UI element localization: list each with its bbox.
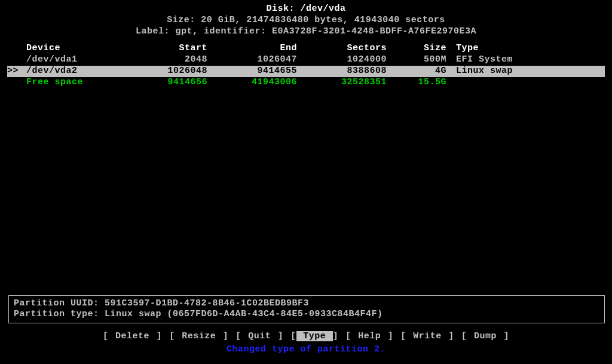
col-type: Type bbox=[452, 43, 605, 54]
menu-label: Delete bbox=[109, 331, 157, 341]
col-end: End bbox=[213, 43, 303, 54]
menu-help[interactable]: [ Help ] bbox=[345, 331, 393, 341]
status-message: Changed type of partition 2. bbox=[0, 344, 612, 354]
partition-uuid: Partition UUID: 591C3597-D1BD-4782-8B46-… bbox=[14, 298, 599, 310]
cell-type bbox=[452, 77, 605, 88]
disk-value: /dev/vda bbox=[301, 4, 346, 14]
menu-label: Write bbox=[406, 331, 449, 341]
menu-label: Quit bbox=[241, 331, 278, 341]
table-row[interactable]: /dev/vda1204810260471024000500MEFI Syste… bbox=[7, 54, 605, 66]
cell-end: 9414655 bbox=[213, 66, 303, 77]
menu-label: Help bbox=[351, 331, 388, 341]
partition-table: Device Start End Sectors Size Type /dev/… bbox=[0, 43, 612, 88]
partition-type: Partition type: Linux swap (0657FD6D-A4A… bbox=[14, 309, 599, 320]
menu-quit[interactable]: [ Quit ] bbox=[235, 331, 283, 341]
table-header: Device Start End Sectors Size Type bbox=[7, 43, 605, 54]
menu-label: Dump bbox=[467, 331, 503, 341]
disk-title: Disk: /dev/vda bbox=[0, 4, 612, 15]
cell-start: 9414656 bbox=[130, 77, 213, 88]
disk-label-line: Label: gpt, identifier: E0A3728F-3201-42… bbox=[0, 26, 612, 38]
cell-device: /dev/vda2 bbox=[25, 66, 130, 77]
disk-header: Disk: /dev/vda Size: 20 GiB, 21474836480… bbox=[0, 0, 612, 37]
cell-type: Linux swap bbox=[452, 66, 605, 77]
table-row[interactable]: Free space9414656419430063252835115.5G bbox=[7, 77, 605, 88]
cell-sectors: 8388608 bbox=[303, 66, 393, 77]
cell-start: 1026048 bbox=[130, 66, 213, 77]
menu-type[interactable]: [ Type ] bbox=[290, 331, 338, 341]
cell-sectors: 32528351 bbox=[303, 77, 393, 88]
menu-label: Resize bbox=[175, 331, 223, 341]
row-pointer bbox=[7, 77, 25, 88]
cell-device: Free space bbox=[25, 77, 130, 88]
menu-label: Type bbox=[296, 331, 333, 341]
row-pointer bbox=[7, 54, 25, 66]
cell-sectors: 1024000 bbox=[303, 54, 393, 66]
menu-delete[interactable]: [ Delete ] bbox=[103, 331, 162, 341]
row-pointer: >> bbox=[7, 66, 25, 77]
menu-resize[interactable]: [ Resize ] bbox=[169, 331, 228, 341]
cell-size: 500M bbox=[393, 54, 452, 66]
partition-info-box: Partition UUID: 591C3597-D1BD-4782-8B46-… bbox=[8, 295, 605, 324]
cell-device: /dev/vda1 bbox=[25, 54, 130, 66]
col-start: Start bbox=[130, 43, 213, 54]
table-row[interactable]: >>/dev/vda21026048941465583886084GLinux … bbox=[7, 66, 605, 77]
action-menu: [ Delete ][ Resize ][ Quit ][ Type ][ He… bbox=[0, 331, 612, 341]
col-device: Device bbox=[25, 43, 130, 54]
menu-dump[interactable]: [ Dump ] bbox=[461, 331, 509, 341]
disk-label: Disk: bbox=[266, 4, 300, 14]
cell-end: 41943006 bbox=[213, 77, 303, 88]
cell-size: 4G bbox=[393, 66, 452, 77]
cell-start: 2048 bbox=[130, 54, 213, 66]
col-sectors: Sectors bbox=[303, 43, 393, 54]
disk-size-line: Size: 20 GiB, 21474836480 bytes, 4194304… bbox=[0, 15, 612, 26]
menu-write[interactable]: [ Write ] bbox=[400, 331, 454, 341]
cell-size: 15.5G bbox=[393, 77, 452, 88]
cell-end: 1026047 bbox=[213, 54, 303, 66]
cell-type: EFI System bbox=[452, 54, 605, 66]
col-size: Size bbox=[393, 43, 452, 54]
